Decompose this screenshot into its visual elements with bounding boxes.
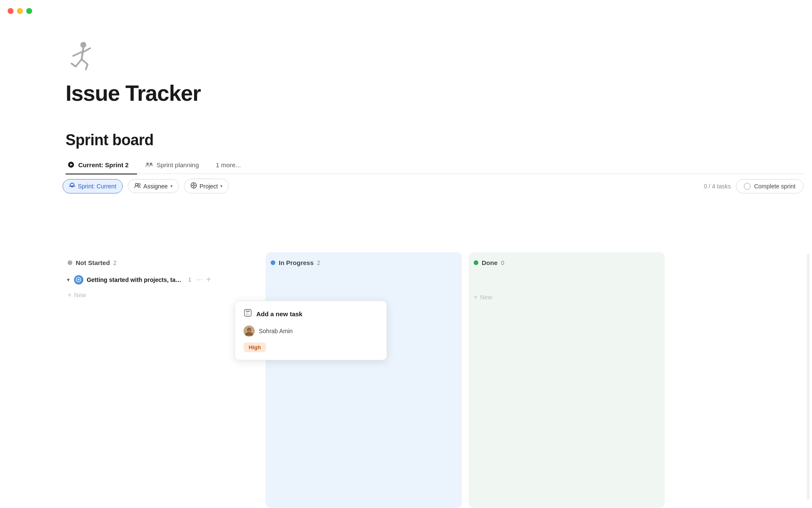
section-title: Sprint board: [66, 131, 154, 149]
project-filter[interactable]: Project ▾: [184, 179, 229, 193]
svg-line-2: [73, 52, 82, 56]
tasks-count: 0 / 4 tasks: [704, 183, 731, 190]
svg-rect-24: [246, 311, 250, 312]
svg-line-1: [82, 48, 83, 59]
done-column-inner: Done 0 + New: [469, 252, 665, 508]
svg-marker-22: [78, 279, 80, 281]
tab-more-label: 1 more...: [216, 161, 241, 168]
assignee-chevron-icon: ▾: [170, 184, 173, 188]
avatar: [244, 326, 255, 337]
project-filter-label: Project: [200, 183, 218, 190]
sprint-filter-icon: [69, 182, 75, 190]
group-dots-button[interactable]: ···: [196, 275, 203, 284]
group-header-row: ▼ Getting started with projects, tasks &…: [66, 271, 255, 288]
task-card-header: Add a new task: [244, 309, 378, 319]
group-icon: [74, 275, 83, 284]
in-progress-column-inner: In Progress 2: [266, 252, 462, 508]
svg-point-30: [250, 329, 250, 330]
svg-line-4: [76, 59, 82, 66]
team-icon: [145, 161, 153, 168]
complete-sprint-circle-icon: [744, 183, 751, 190]
svg-line-6: [86, 64, 88, 69]
svg-point-29: [248, 329, 248, 330]
tab-bar: Current: Sprint 2 Sprint planning 1 more…: [66, 157, 804, 174]
done-new-button[interactable]: + New: [472, 290, 661, 304]
assignee-name: Sohrab Amin: [259, 328, 293, 334]
assignee-filter-label: Assignee: [143, 183, 168, 190]
task-card-title: Add a new task: [256, 310, 302, 318]
in-progress-group-spacer: [269, 271, 458, 290]
in-progress-count: 2: [317, 260, 321, 266]
svg-point-14: [138, 184, 140, 186]
group-count: 1: [188, 276, 191, 283]
complete-sprint-button[interactable]: Complete sprint: [736, 179, 804, 193]
project-chevron-icon: ▾: [220, 184, 222, 188]
in-progress-label: In Progress: [279, 259, 314, 266]
sprint-filter-label: Sprint: Current: [78, 183, 116, 190]
done-header: Done 0: [472, 252, 661, 271]
task-priority-row: High: [244, 342, 378, 352]
not-started-new-button[interactable]: + New: [66, 288, 255, 302]
done-new-label: New: [480, 294, 492, 301]
app-icon: [66, 39, 99, 75]
column-in-progress: In Progress 2: [262, 252, 465, 508]
tab-sprint-planning-label: Sprint planning: [156, 161, 199, 168]
in-progress-new-button[interactable]: [269, 290, 458, 297]
column-done: Done 0 + New: [465, 252, 668, 508]
task-card-assignee-row: Sohrab Amin: [244, 326, 378, 337]
titlebar: [0, 0, 812, 22]
board-area: Not Started 2 ▼ Getting started with pro…: [59, 252, 804, 508]
svg-rect-25: [246, 313, 249, 314]
svg-point-16: [193, 185, 195, 186]
tab-current-sprint-label: Current: Sprint 2: [78, 161, 129, 168]
play-icon: [67, 161, 75, 168]
tab-more[interactable]: 1 more...: [214, 157, 249, 174]
done-count: 0: [501, 260, 505, 266]
task-card-icon: [244, 309, 252, 319]
not-started-header: Not Started 2: [66, 252, 255, 271]
svg-point-13: [135, 183, 138, 186]
in-progress-dot-icon: [271, 260, 275, 265]
column-not-started: Not Started 2 ▼ Getting started with pro…: [59, 252, 262, 508]
not-started-label: Not Started: [76, 259, 110, 266]
tab-sprint-planning[interactable]: Sprint planning: [144, 157, 207, 174]
scrollbar[interactable]: [807, 254, 809, 500]
not-started-count: 2: [113, 260, 117, 266]
done-group-spacer: [472, 271, 661, 290]
group-chevron: ▼: [66, 277, 71, 282]
complete-sprint-label: Complete sprint: [754, 183, 796, 190]
tab-current-sprint[interactable]: Current: Sprint 2: [66, 157, 137, 174]
group-plus-button[interactable]: +: [206, 275, 211, 284]
svg-line-7: [71, 64, 76, 66]
sprint-filter[interactable]: Sprint: Current: [63, 179, 123, 193]
close-button[interactable]: [8, 8, 14, 14]
minimize-button[interactable]: [17, 8, 23, 14]
page-title: Issue Tracker: [66, 80, 200, 106]
project-filter-icon: [190, 182, 197, 190]
filter-bar: Sprint: Current Assignee ▾ Project: [63, 179, 804, 193]
not-started-column-inner: Not Started 2 ▼ Getting started with pro…: [63, 252, 259, 508]
assignee-filter[interactable]: Assignee ▾: [128, 179, 179, 193]
assignee-filter-icon: [134, 182, 141, 190]
not-started-plus-icon: +: [68, 291, 71, 299]
svg-point-12: [70, 183, 74, 187]
svg-point-10: [146, 163, 149, 165]
done-label: Done: [482, 259, 498, 266]
svg-line-5: [82, 59, 88, 64]
svg-rect-26: [246, 314, 250, 315]
priority-badge: High: [244, 342, 266, 352]
in-progress-header: In Progress 2: [269, 252, 458, 271]
done-plus-icon: +: [474, 293, 477, 301]
svg-point-11: [150, 163, 152, 165]
not-started-dot-icon: [68, 260, 72, 265]
done-dot-icon: [474, 260, 478, 265]
maximize-button[interactable]: [26, 8, 32, 14]
not-started-new-label: New: [74, 292, 86, 298]
group-title: Getting started with projects, tasks & s…: [87, 276, 184, 283]
task-card: Add a new task Sohrab Amin High: [235, 301, 387, 360]
